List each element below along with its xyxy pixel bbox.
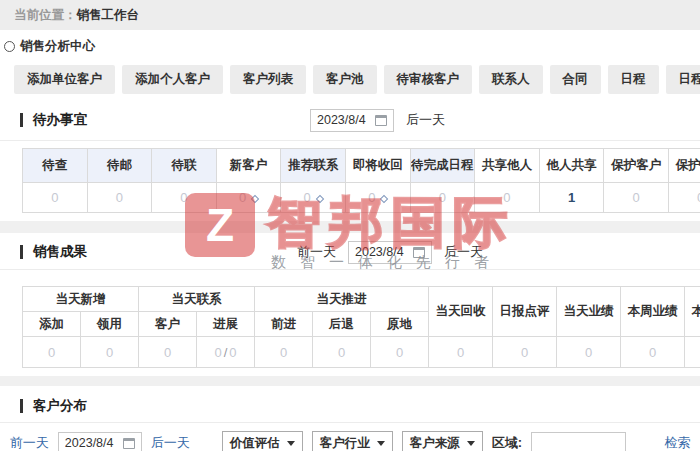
tab-add-personal-customer[interactable]: 添加个人客户 — [122, 65, 223, 94]
chevron-down-icon — [287, 441, 295, 446]
col-today-recycled: 当天回收 — [429, 287, 493, 337]
radio-icon[interactable] — [4, 41, 15, 52]
results-section-head: 销售成果 前一天 后一天 — [0, 233, 700, 265]
value-cell: 0 — [345, 183, 410, 213]
progress-total: 0 — [229, 345, 236, 360]
tab-customer-pool[interactable]: 客户池 — [313, 65, 377, 94]
value-cell: 0 — [410, 183, 475, 213]
divider — [0, 140, 700, 141]
value-cell: 0 — [255, 337, 313, 368]
todo-date-picker[interactable] — [310, 109, 394, 132]
group-today-added: 当天新增 — [23, 287, 139, 312]
results-card: 销售成果 前一天 后一天 当天新增 当天联系 当天推进 当天回收 日报点评 当天… — [0, 233, 700, 376]
analysis-center-label: 销售分析中心 — [20, 38, 95, 55]
breadcrumb-label: 当前位置： — [14, 7, 77, 24]
customer-source-select[interactable]: 客户来源 — [402, 431, 483, 451]
diamond-action-icon[interactable] — [251, 195, 259, 203]
value-cell: 0 — [621, 337, 685, 368]
col-shared-to-others: 共享他人 — [475, 149, 540, 183]
calendar-icon[interactable] — [123, 438, 135, 449]
col-protected-customer: 保护客户 — [604, 149, 669, 183]
section-gap — [0, 221, 700, 233]
value-cell: 0 — [371, 337, 429, 368]
value-cell: 0 — [493, 337, 557, 368]
distribution-section-title: 客户分布 — [0, 397, 87, 415]
todo-section-head: 待办事宜 后一天 — [0, 104, 700, 136]
results-date-picker[interactable] — [348, 241, 432, 264]
tab-customer-list[interactable]: 客户列表 — [230, 65, 306, 94]
col-pending-contact: 待联 — [152, 149, 217, 183]
value-cell: 0 — [685, 337, 700, 368]
progress-cell: 0/0 — [197, 337, 255, 368]
distribution-date-input[interactable] — [65, 436, 117, 450]
col-today-performance: 当天业绩 — [557, 287, 621, 337]
subcol-forward: 前进 — [255, 312, 313, 337]
group-today-contacted: 当天联系 — [139, 287, 255, 312]
distribution-title-text: 客户分布 — [33, 397, 87, 415]
distribution-date-picker[interactable] — [58, 432, 142, 451]
calendar-icon[interactable] — [375, 115, 387, 126]
value-cell-highlighted[interactable]: 1 — [539, 183, 604, 213]
select-label: 客户来源 — [410, 435, 460, 451]
value-text: 0 — [304, 190, 311, 205]
tab-schedule-management[interactable]: 日程管理 — [666, 65, 700, 94]
todo-next-day-link[interactable]: 后一天 — [406, 111, 445, 129]
col-daily-report-review: 日报点评 — [493, 287, 557, 337]
value-text: 0 — [239, 190, 246, 205]
divider — [0, 269, 700, 270]
group-today-advanced: 当天推进 — [255, 287, 429, 312]
tab-contacts[interactable]: 联系人 — [479, 65, 543, 94]
search-link[interactable]: 检索 — [664, 434, 690, 451]
value-cell: 0 — [429, 337, 493, 368]
tab-strip: 添加单位客户 添加个人客户 客户列表 客户池 待审核客户 联系人 合同 日程 日… — [0, 59, 700, 104]
tab-schedule[interactable]: 日程 — [608, 65, 659, 94]
tab-add-company-customer[interactable]: 添加单位客户 — [14, 65, 115, 94]
value-cell: 0 — [604, 183, 669, 213]
distribution-controls: 前一天 后一天 价值评估 客户行业 客户来源 区域: 检索 — [0, 425, 700, 451]
col-pending-check: 待查 — [23, 149, 88, 183]
distribution-prev-day-link[interactable]: 前一天 — [10, 434, 49, 451]
col-pending-mail: 待邮 — [87, 149, 152, 183]
diamond-action-icon[interactable] — [380, 195, 388, 203]
value-cell: 0 — [475, 183, 540, 213]
subcol-progress: 进展 — [197, 312, 255, 337]
customer-industry-select[interactable]: 客户行业 — [312, 431, 393, 451]
distribution-card: 客户分布 前一天 后一天 价值评估 客户行业 客户来源 区域: 检索 客户分类 — [0, 386, 700, 451]
subcol-claim: 领用 — [81, 312, 139, 337]
results-date-input[interactable] — [355, 245, 407, 259]
subcol-backward: 后退 — [313, 312, 371, 337]
value-cell: 0 — [668, 183, 700, 213]
subcol-add: 添加 — [23, 312, 81, 337]
results-group-header-row: 当天新增 当天联系 当天推进 当天回收 日报点评 当天业绩 本周业绩 本月业绩 — [23, 287, 700, 312]
results-prev-day-link[interactable]: 前一天 — [297, 243, 336, 261]
subcol-in-place: 原地 — [371, 312, 429, 337]
region-input[interactable] — [531, 432, 626, 451]
col-to-be-recycled: 即将收回 — [345, 149, 410, 183]
title-bar-icon — [20, 399, 23, 413]
subcol-customer: 客户 — [139, 312, 197, 337]
col-shared-by-others: 他人共享 — [539, 149, 604, 183]
todo-header-row: 待查 待邮 待联 新客户 推荐联系 即将收回 待完成日程 共享他人 他人共享 保… — [23, 149, 700, 183]
diamond-action-icon[interactable] — [316, 195, 324, 203]
calendar-icon[interactable] — [413, 247, 425, 258]
value-cell: 0 — [23, 337, 81, 368]
value-assessment-select[interactable]: 价值评估 — [222, 431, 303, 451]
todo-date-controls: 后一天 — [0, 109, 700, 132]
results-next-day-link[interactable]: 后一天 — [444, 243, 483, 261]
select-label: 客户行业 — [320, 435, 370, 451]
todo-date-input[interactable] — [317, 113, 369, 127]
tab-contracts[interactable]: 合同 — [550, 65, 601, 94]
tab-pending-review-customer[interactable]: 待审核客户 — [384, 65, 473, 94]
todo-value-row: 0 0 0 0 0 0 0 0 1 0 0 — [23, 183, 700, 213]
select-label: 价值评估 — [230, 435, 280, 451]
col-week-performance: 本周业绩 — [621, 287, 685, 337]
value-cell: 0 — [139, 337, 197, 368]
chevron-down-icon — [377, 441, 385, 446]
value-cell: 0 — [281, 183, 346, 213]
divider — [0, 422, 700, 423]
page-title: 销售工作台 — [77, 7, 140, 24]
distribution-next-day-link[interactable]: 后一天 — [151, 434, 190, 451]
results-date-controls: 前一天 后一天 — [0, 241, 700, 264]
region-label: 区域: — [492, 434, 522, 451]
col-protection-expire: 保护到期 — [668, 149, 700, 183]
